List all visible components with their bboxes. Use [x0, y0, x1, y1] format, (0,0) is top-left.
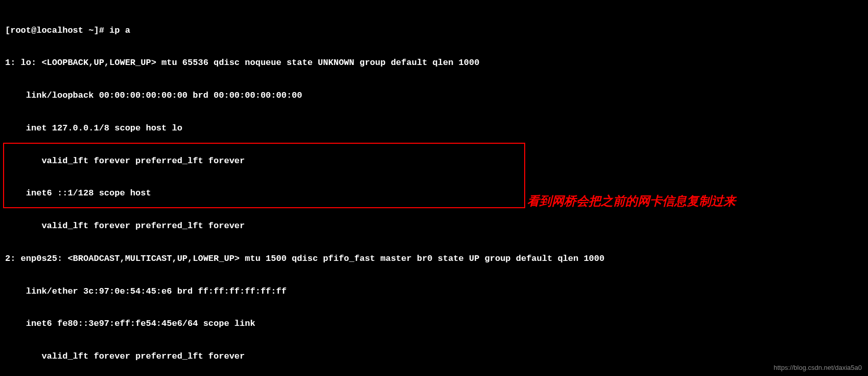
output-line: link/loopback 00:00:00:00:00:00 brd 00:0…: [5, 90, 863, 101]
watermark-text: https://blog.csdn.net/daxia5a0: [773, 364, 862, 372]
output-line: link/ether 3c:97:0e:54:45:e6 brd ff:ff:f…: [5, 286, 863, 297]
terminal-output[interactable]: [root@localhost ~]# ip a 1: lo: <LOOPBAC…: [5, 3, 863, 376]
output-line: valid_lft forever preferred_lft forever: [5, 220, 863, 231]
output-line: valid_lft forever preferred_lft forever: [5, 156, 863, 166]
output-line: 1: lo: <LOOPBACK,UP,LOWER_UP> mtu 65536 …: [5, 57, 863, 68]
output-line: inet6 fe80::3e97:eff:fe54:45e6/64 scope …: [5, 318, 863, 329]
output-line: valid_lft forever preferred_lft forever: [5, 351, 863, 362]
output-line: inet 127.0.0.1/8 scope host lo: [5, 123, 863, 134]
output-line: inet6 ::1/128 scope host: [5, 188, 863, 198]
output-line: 2: enp0s25: <BROADCAST,MULTICAST,UP,LOWE…: [5, 253, 863, 264]
prompt-line: [root@localhost ~]# ip a: [5, 25, 863, 36]
